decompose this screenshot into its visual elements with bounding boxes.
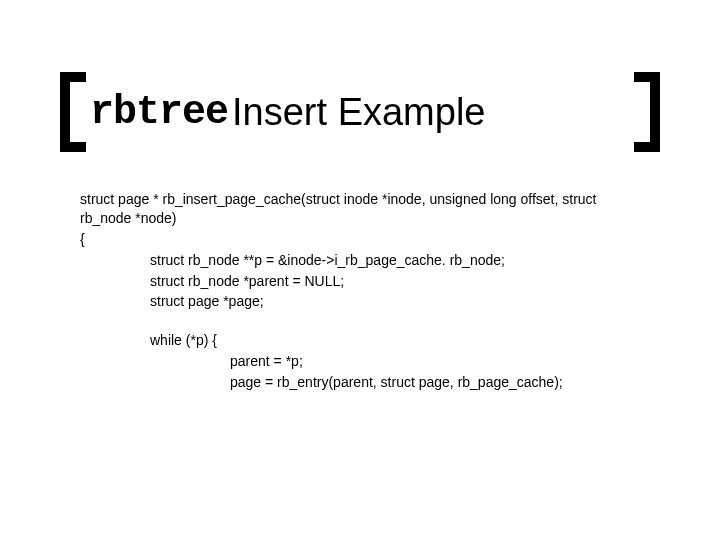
bracket-right-top <box>634 72 660 82</box>
bracket-right <box>650 72 660 152</box>
title-rest: Insert Example <box>232 91 485 134</box>
bracket-right-bot <box>634 142 660 152</box>
decl-line-2: struct rb_node *parent = NULL; <box>150 272 640 291</box>
decl-line-1: struct rb_node **p = &inode->i_rb_page_c… <box>150 251 640 270</box>
while-line: while (*p) { <box>150 331 640 350</box>
loop-line-1: parent = *p; <box>230 352 640 371</box>
func-signature: struct page * rb_insert_page_cache(struc… <box>80 190 640 228</box>
title-frame: rbtree Insert Example <box>60 72 660 152</box>
code-block: struct page * rb_insert_page_cache(struc… <box>80 190 640 394</box>
title-keyword: rbtree <box>90 90 228 135</box>
slide: rbtree Insert Example struct page * rb_i… <box>0 0 720 540</box>
while-body: parent = *p; page = rb_entry(parent, str… <box>230 352 640 392</box>
loop-line-2: page = rb_entry(parent, struct page, rb_… <box>230 373 640 392</box>
declarations: struct rb_node **p = &inode->i_rb_page_c… <box>150 251 640 312</box>
decl-line-3: struct page *page; <box>150 292 640 311</box>
bracket-left-top <box>60 72 86 82</box>
bracket-left-bot <box>60 142 86 152</box>
open-brace: { <box>80 230 640 249</box>
blank-line <box>80 313 640 331</box>
bracket-left <box>60 72 70 152</box>
slide-title: rbtree Insert Example <box>90 82 630 142</box>
